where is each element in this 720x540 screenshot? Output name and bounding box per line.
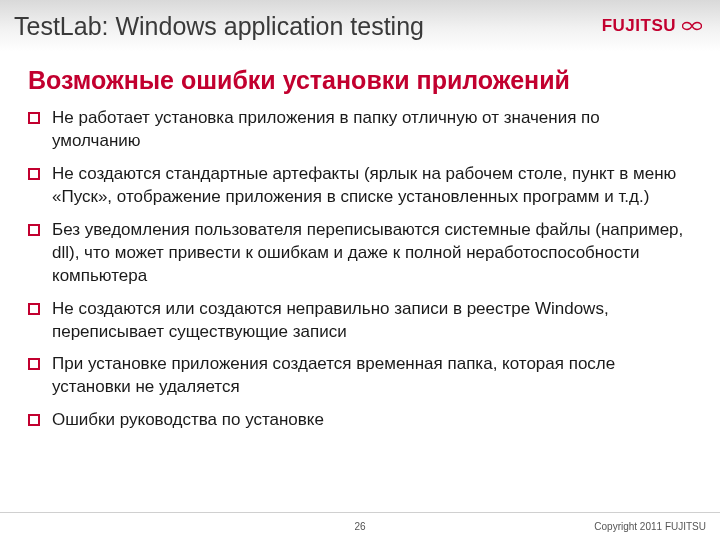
square-bullet-icon — [28, 358, 40, 370]
bullet-text: Ошибки руководства по установке — [52, 409, 324, 432]
list-item: Без уведомления пользователя переписываю… — [28, 219, 692, 288]
fujitsu-logo: FUJITSU — [602, 16, 702, 36]
bullet-text: Не создаются или создаются неправильно з… — [52, 298, 692, 344]
square-bullet-icon — [28, 414, 40, 426]
section-title: Возможные ошибки установки приложений — [28, 66, 692, 95]
list-item: При установке приложения создается време… — [28, 353, 692, 399]
bullet-text: При установке приложения создается време… — [52, 353, 692, 399]
list-item: Не создаются стандартные артефакты (ярлы… — [28, 163, 692, 209]
bullet-text: Не создаются стандартные артефакты (ярлы… — [52, 163, 692, 209]
slide-footer: 26 Copyright 2011 FUJITSU — [0, 512, 720, 540]
slide: TestLab: Windows application testing FUJ… — [0, 0, 720, 540]
infinity-icon — [682, 19, 702, 33]
square-bullet-icon — [28, 168, 40, 180]
page-number: 26 — [354, 521, 365, 532]
square-bullet-icon — [28, 112, 40, 124]
list-item: Не работает установка приложения в папку… — [28, 107, 692, 153]
copyright-text: Copyright 2011 FUJITSU — [594, 521, 706, 532]
bullet-text: Без уведомления пользователя переписываю… — [52, 219, 692, 288]
slide-header: TestLab: Windows application testing FUJ… — [0, 0, 720, 52]
logo-text: FUJITSU — [602, 16, 676, 36]
list-item: Не создаются или создаются неправильно з… — [28, 298, 692, 344]
square-bullet-icon — [28, 303, 40, 315]
slide-content: Возможные ошибки установки приложений Не… — [0, 52, 720, 512]
list-item: Ошибки руководства по установке — [28, 409, 692, 432]
bullet-list: Не работает установка приложения в папку… — [28, 107, 692, 432]
square-bullet-icon — [28, 224, 40, 236]
bullet-text: Не работает установка приложения в папку… — [52, 107, 692, 153]
header-title: TestLab: Windows application testing — [14, 12, 424, 41]
